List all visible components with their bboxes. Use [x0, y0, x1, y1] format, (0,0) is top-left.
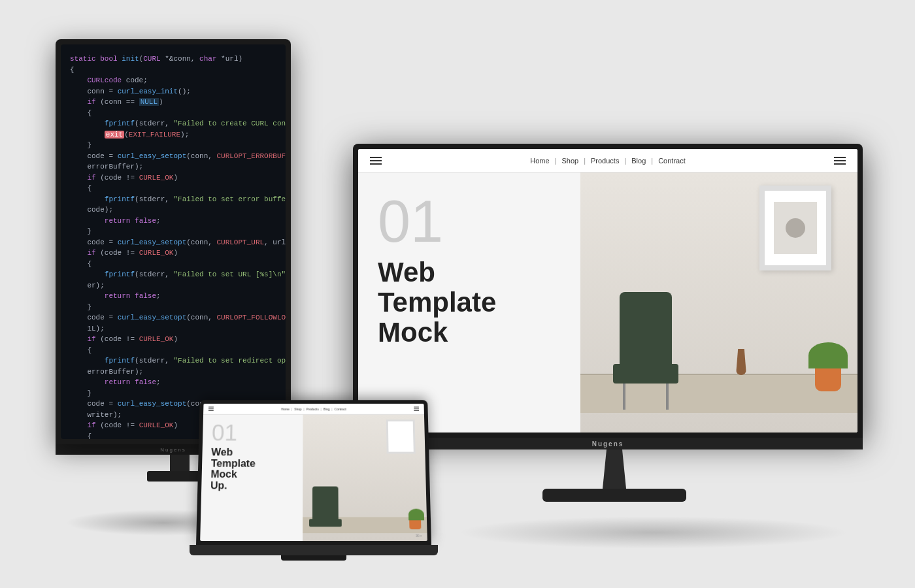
- picture-frame: [759, 186, 831, 270]
- nav-sep-4: |: [651, 157, 653, 165]
- right-monitor-screen: Home | Shop | Products | Blog | Contract: [358, 149, 857, 433]
- nav-links: Home | Shop | Products | Blog | Contract: [530, 157, 686, 165]
- chair-back: [620, 292, 672, 370]
- laptop-title-line2: Template: [211, 458, 256, 468]
- laptop-content: 01 Web Template Mock Up.: [200, 415, 427, 541]
- nav-home[interactable]: Home: [530, 157, 549, 165]
- picture-circle: [786, 218, 805, 238]
- web-template-title: Web Template Mock: [378, 257, 561, 348]
- right-monitor-brand: Nugens: [592, 440, 624, 448]
- laptop-room: ⌘∞: [303, 415, 427, 541]
- laptop-big-number: 01: [212, 422, 294, 444]
- title-line2: Template: [378, 287, 496, 318]
- content-left-panel: 01 Web Template Mock: [358, 172, 580, 433]
- left-monitor-brand: Nugens: [160, 447, 186, 453]
- nav-products[interactable]: Products: [591, 157, 619, 165]
- shadow-right: [458, 516, 850, 549]
- right-monitor-bezel: Home | Shop | Products | Blog | Contract: [353, 144, 863, 438]
- chair-leg-right: [666, 384, 669, 410]
- laptop-sep-2: |: [303, 407, 304, 411]
- laptop-plant: [408, 509, 422, 522]
- picture-inner: [774, 202, 817, 254]
- laptop-nav-home[interactable]: Home: [281, 407, 290, 411]
- laptop-chair-seat: [309, 519, 342, 527]
- vase: [736, 349, 746, 375]
- laptop-nav-shop[interactable]: Shop: [294, 407, 301, 411]
- laptop-nav-blog[interactable]: Blog: [324, 407, 330, 411]
- plant-pot: [812, 342, 844, 375]
- laptop-title: Web Template Mock Up.: [210, 447, 293, 491]
- laptop-sep-4: |: [331, 407, 332, 411]
- right-monitor-base: [542, 489, 686, 502]
- big-number: 01: [378, 192, 561, 251]
- nav-blog[interactable]: Blog: [631, 157, 646, 165]
- chair-leg-left: [623, 384, 625, 410]
- laptop-screen-section: Home | Shop | Products | Blog | Contract: [196, 400, 431, 545]
- laptop-chair-back: [312, 487, 339, 522]
- nav-sep-1: |: [555, 157, 557, 165]
- laptop-title-line3: Mock: [210, 469, 237, 480]
- nav-shop[interactable]: Shop: [561, 157, 578, 165]
- laptop-sep-1: |: [291, 407, 292, 411]
- laptop-title-line1: Web: [211, 447, 233, 457]
- content-right-panel: [580, 172, 857, 433]
- laptop-nav-links: Home | Shop | Products | Blog | Contract: [281, 407, 346, 411]
- chair-seat: [613, 364, 678, 384]
- title-line1: Web: [378, 257, 435, 287]
- laptop-display: Home | Shop | Products | Blog | Contract: [200, 404, 427, 541]
- right-monitor-neck: [595, 449, 634, 489]
- right-monitor-navbar: Home | Shop | Products | Blog | Contract: [358, 149, 857, 172]
- plant-leaves: [808, 342, 848, 368]
- laptop-plant-leaves: [408, 509, 424, 521]
- title-line3: Mock: [378, 317, 448, 348]
- laptop-base: [190, 545, 438, 555]
- left-monitor-neck: [170, 455, 190, 471]
- laptop-frame: [386, 419, 416, 453]
- nav-sep-3: |: [624, 157, 626, 165]
- nav-contract[interactable]: Contract: [658, 157, 686, 165]
- laptop-nav-contract[interactable]: Contract: [335, 407, 346, 411]
- laptop: Home | Shop | Products | Blog | Contract: [190, 395, 438, 555]
- left-monitor-screen: static bool init(CURL *&conn, char *url)…: [61, 44, 286, 439]
- laptop-right-panel: ⌘∞: [303, 415, 427, 541]
- laptop-title-line4: Up.: [210, 480, 227, 491]
- laptop-navbar: Home | Shop | Products | Blog | Contract: [203, 404, 424, 415]
- nav-hamburger-left[interactable]: [370, 157, 382, 165]
- laptop-plant-pot: [409, 520, 421, 529]
- nav-sep-2: |: [584, 157, 586, 165]
- left-monitor-bezel: static bool init(CURL *&conn, char *url)…: [56, 39, 291, 444]
- laptop-watermark: ⌘∞: [415, 533, 422, 538]
- plant-pot-body: [815, 368, 841, 391]
- chair: [613, 292, 678, 410]
- laptop-left-panel: 01 Web Template Mock Up.: [200, 415, 303, 541]
- laptop-hamburger-left[interactable]: [208, 407, 214, 412]
- laptop-menu-right[interactable]: [414, 407, 419, 412]
- right-monitor-content: 01 Web Template Mock: [358, 172, 857, 433]
- laptop-nav-products[interactable]: Products: [307, 407, 319, 411]
- room-scene: [580, 172, 857, 433]
- laptop-sep-3: |: [321, 407, 322, 411]
- nav-menu-icon-right[interactable]: [834, 157, 846, 165]
- scene: static bool init(CURL *&conn, char *url)…: [0, 0, 915, 588]
